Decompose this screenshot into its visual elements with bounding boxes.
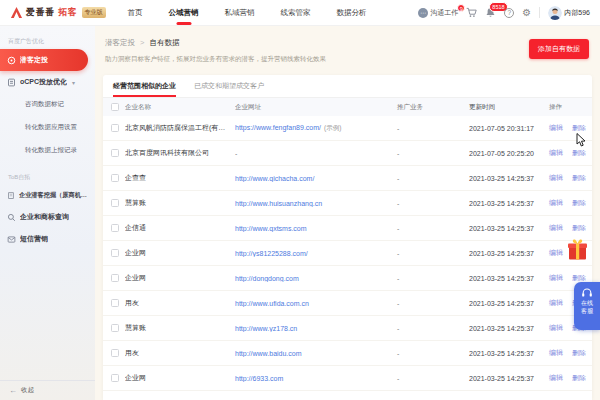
menu-item-lead-manager[interactable]: 线索管家 bbox=[281, 0, 311, 26]
table-row: 企查查http://www.qichacha.com/-2021-03-25 1… bbox=[103, 166, 592, 191]
edit-link[interactable]: 编辑 bbox=[549, 323, 563, 333]
settings-button[interactable]: ⚙ bbox=[522, 8, 531, 18]
online-service-widget[interactable]: 在线客服 bbox=[574, 282, 600, 330]
company-url-link[interactable]: - bbox=[235, 150, 237, 157]
update-time-value: 2021-03-25 14:25:37 bbox=[469, 325, 549, 332]
message-icon bbox=[7, 235, 16, 244]
sidebar-item-ocpc-optimization[interactable]: oCPC投放优化 ▾ bbox=[0, 71, 95, 93]
delete-link[interactable]: 删除 bbox=[572, 198, 586, 208]
gift-icon bbox=[566, 237, 589, 261]
tab-similar-business-scope[interactable]: 经营范围相似的企业 bbox=[113, 75, 176, 97]
table-row: 北京风帆消防防腐保温工程(有限公司https://www.fengfan89.c… bbox=[103, 116, 592, 141]
row-checkbox[interactable] bbox=[111, 249, 119, 257]
breadcrumb: 潜客定投 > 自有数据 bbox=[105, 38, 590, 48]
update-time-value: 2021-03-25 14:25:37 bbox=[469, 300, 549, 307]
sidebar-subitem-conversion-data-report-log[interactable]: 转化数据上报记录 bbox=[0, 139, 95, 162]
row-checkbox[interactable] bbox=[111, 174, 119, 182]
company-url-link[interactable]: https://www.fengfan89.com/ bbox=[235, 124, 321, 131]
company-url-link[interactable]: http://ys81225288.com/ bbox=[235, 250, 308, 257]
company-name: 企业网 bbox=[125, 373, 235, 383]
menu-item-public-marketing[interactable]: 公域营销 bbox=[169, 0, 199, 26]
sidebar-item-enterprise-prospect-mining[interactable]: 企业潜客挖掘（原商机发现） bbox=[0, 185, 95, 206]
sidebar-section-tob: ToB自拓 bbox=[0, 168, 95, 185]
company-url-link[interactable]: http://www.qxtsms.com bbox=[235, 225, 307, 232]
row-checkbox[interactable] bbox=[111, 324, 119, 332]
row-checkbox[interactable] bbox=[111, 349, 119, 357]
delete-link[interactable]: 删除 bbox=[572, 148, 586, 158]
cart-button[interactable] bbox=[466, 7, 477, 18]
update-time-value: 2021-03-25 14:25:37 bbox=[469, 175, 549, 182]
sidebar-subitem-consult-data-mark[interactable]: 咨询数据标记 bbox=[0, 93, 95, 116]
company-url-link[interactable]: http://dongdong.com bbox=[235, 275, 299, 282]
edit-link[interactable]: 编辑 bbox=[549, 298, 563, 308]
update-time-value: 2021-03-25 14:25:37 bbox=[469, 225, 549, 232]
company-url-link[interactable]: http://www.huisuanzhang.cn bbox=[235, 200, 322, 207]
edit-link[interactable]: 编辑 bbox=[549, 123, 563, 133]
delete-link[interactable]: 删除 bbox=[572, 373, 586, 383]
delete-link[interactable]: 删除 bbox=[572, 223, 586, 233]
arrow-left-icon: ← bbox=[9, 387, 17, 395]
menu-item-data-analysis[interactable]: 数据分析 bbox=[337, 0, 367, 26]
select-all-checkbox[interactable] bbox=[111, 103, 119, 111]
edit-link[interactable]: 编辑 bbox=[549, 173, 563, 183]
row-checkbox[interactable] bbox=[111, 274, 119, 282]
row-checkbox[interactable] bbox=[111, 299, 119, 307]
target-icon bbox=[7, 56, 16, 65]
breadcrumb-separator: > bbox=[140, 38, 144, 47]
table-row: 企业网http://ys81225288.com/-2021-03-25 14:… bbox=[103, 241, 592, 266]
notifications-button[interactable]: 8518 bbox=[485, 7, 496, 18]
table-row: 用友http://www.ufida.com.cn-2021-03-25 14:… bbox=[103, 291, 592, 316]
app-logo[interactable]: 爱番番 拓客 专业版 bbox=[10, 6, 106, 19]
company-name: 企信通 bbox=[125, 223, 235, 233]
sidebar-subitem-conversion-data-settings[interactable]: 转化数据应用设置 bbox=[0, 116, 95, 139]
promo-business-value: - bbox=[397, 125, 469, 132]
help-button[interactable]: ? bbox=[504, 8, 514, 18]
update-time-value: 2021-07-05 20:25:20 bbox=[469, 150, 549, 157]
url-example-note: (示例) bbox=[324, 124, 341, 131]
nav-divider bbox=[539, 7, 540, 18]
table-row: 企信通http://www.qxtsms.com-2021-03-25 14:2… bbox=[103, 216, 592, 241]
edit-link[interactable]: 编辑 bbox=[549, 348, 563, 358]
company-url-link[interactable]: http://www.ufida.com.cn bbox=[235, 300, 309, 307]
sidebar-item-company-trademark-search[interactable]: 企业和商标查询 bbox=[0, 206, 95, 228]
edit-link[interactable]: 编辑 bbox=[549, 273, 563, 283]
company-name: 企查查 bbox=[125, 173, 235, 183]
company-url-link[interactable]: http://www.qichacha.com/ bbox=[235, 175, 314, 182]
delete-link[interactable]: 删除 bbox=[572, 348, 586, 358]
menu-item-home[interactable]: 首页 bbox=[128, 0, 143, 26]
column-company-url: 企业网址 bbox=[235, 103, 397, 112]
row-checkbox[interactable] bbox=[111, 224, 119, 232]
breadcrumb-parent[interactable]: 潜客定投 bbox=[105, 38, 135, 47]
update-time-value: 2021-07-05 20:31:17 bbox=[469, 125, 549, 132]
add-own-data-button[interactable]: 添加自有数据 bbox=[529, 39, 589, 59]
company-name: 企业网 bbox=[125, 248, 235, 258]
delete-link[interactable]: 删除 bbox=[572, 173, 586, 183]
row-checkbox[interactable] bbox=[111, 199, 119, 207]
edit-link[interactable]: 编辑 bbox=[549, 373, 563, 383]
edit-link[interactable]: 编辑 bbox=[549, 148, 563, 158]
breadcrumb-current: 自有数据 bbox=[150, 38, 180, 47]
edit-link[interactable]: 编辑 bbox=[549, 248, 563, 258]
workbench-button[interactable]: ⋯ 沟通工作 9 bbox=[418, 8, 458, 18]
row-checkbox[interactable] bbox=[111, 149, 119, 157]
menu-item-private-marketing[interactable]: 私域营销 bbox=[225, 0, 255, 26]
sidebar-item-prospect-targeting[interactable]: 潜客定投 bbox=[0, 49, 88, 71]
tabs: 经营范围相似的企业 已成交和期望成交客户 bbox=[103, 75, 592, 98]
main-menu: 首页 公域营销 私域营销 线索管家 数据分析 bbox=[128, 0, 367, 26]
edit-link[interactable]: 编辑 bbox=[549, 198, 563, 208]
company-url-link[interactable]: http://www.yz178.cn bbox=[235, 325, 297, 332]
company-url-link[interactable]: http://www.baidu.com bbox=[235, 350, 302, 357]
brand-icon bbox=[10, 6, 23, 19]
tab-closed-and-expected-customers[interactable]: 已成交和期望成交客户 bbox=[194, 75, 264, 97]
user-menu[interactable]: 内部596 bbox=[548, 6, 590, 20]
gift-promo-button[interactable] bbox=[566, 237, 589, 265]
sidebar-item-sms-marketing[interactable]: 短信营销 bbox=[0, 228, 95, 250]
company-url-link[interactable]: http://6933.com bbox=[235, 375, 283, 382]
brand-product: 拓客 bbox=[59, 6, 77, 19]
row-checkbox[interactable] bbox=[111, 374, 119, 382]
delete-link[interactable]: 删除 bbox=[572, 123, 586, 133]
row-checkbox[interactable] bbox=[111, 124, 119, 132]
sidebar-collapse-button[interactable]: ← 收起 bbox=[0, 380, 95, 400]
company-name: 北京百度网讯科技有限公司 bbox=[125, 148, 235, 158]
edit-link[interactable]: 编辑 bbox=[549, 223, 563, 233]
